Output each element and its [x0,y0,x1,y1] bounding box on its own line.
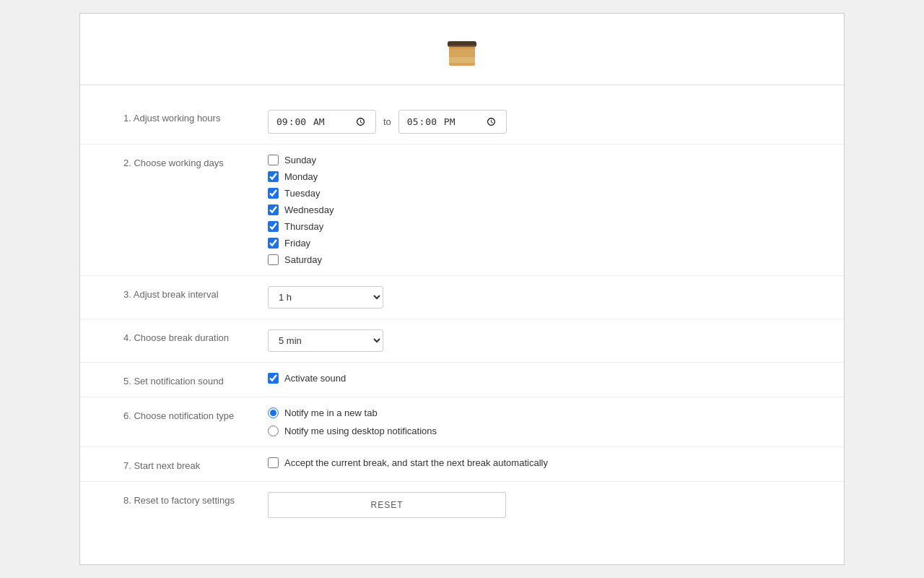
svg-rect-2 [449,57,475,63]
radio-desktop-label: Notify me using desktop notifications [284,426,437,436]
reset-control: RESET [268,492,801,518]
day-thursday[interactable]: Thursday [268,221,801,232]
time-separator: to [383,116,391,127]
auto-start-label[interactable]: Accept the current break, and start the … [268,457,801,468]
day-monday[interactable]: Monday [268,171,801,182]
activate-sound-label[interactable]: Activate sound [268,373,801,384]
coffee-cup-icon [445,31,479,70]
checkbox-wednesday[interactable] [268,204,279,215]
notification-sound-control: Activate sound [268,373,801,384]
break-interval-control: 30 min 45 min 1 h 1.5 h 2 h [268,286,801,309]
day-monday-label: Monday [284,171,318,182]
notification-type-label: 6. Choose notification type [123,407,268,421]
radio-new-tab-label: Notify me in a new tab [284,407,378,418]
day-saturday-label: Saturday [284,254,322,265]
day-wednesday[interactable]: Wednesday [268,204,801,215]
notification-sound-label: 5. Set notification sound [123,373,268,387]
checkbox-sunday[interactable] [268,155,279,165]
day-friday-label: Friday [284,238,310,249]
settings-body: 1. Adjust working hours to 2. Choose wor… [80,85,844,543]
logo-area [80,14,844,85]
reset-button[interactable]: RESET [268,492,506,518]
working-hours-control: to [268,110,801,134]
start-next-break-row: 7. Start next break Accept the current b… [80,447,844,482]
radio-desktop-input[interactable] [268,426,279,436]
day-thursday-label: Thursday [284,221,323,232]
day-wednesday-label: Wednesday [284,204,334,215]
start-time-input[interactable] [268,110,376,134]
end-time-input[interactable] [398,110,507,134]
break-duration-label: 4. Choose break duration [123,329,268,343]
day-list: Sunday Monday Tuesday Wednesday [268,155,801,265]
day-sunday-label: Sunday [284,155,316,165]
notification-sound-row: 5. Set notification sound Activate sound [80,363,844,397]
break-interval-label: 3. Adjust break interval [123,286,268,300]
time-row: to [268,110,801,134]
notification-type-row: 6. Choose notification type Notify me in… [80,397,844,447]
working-hours-row: 1. Adjust working hours to [80,100,844,145]
day-sunday[interactable]: Sunday [268,155,801,165]
notification-type-control: Notify me in a new tab Notify me using d… [268,407,801,436]
radio-new-tab[interactable]: Notify me in a new tab [268,407,801,418]
checkbox-tuesday[interactable] [268,188,279,199]
working-days-row: 2. Choose working days Sunday Monday Tue… [80,144,844,276]
working-hours-label: 1. Adjust working hours [123,110,268,124]
day-friday[interactable]: Friday [268,238,801,249]
settings-card: 1. Adjust working hours to 2. Choose wor… [79,13,845,566]
start-next-break-control: Accept the current break, and start the … [268,457,801,468]
reset-label: 8. Reset to factory settings [123,492,268,506]
checkbox-thursday[interactable] [268,221,279,232]
day-saturday[interactable]: Saturday [268,254,801,265]
checkbox-saturday[interactable] [268,254,279,265]
break-duration-control: 2 min 5 min 10 min 15 min 20 min [268,329,801,352]
day-tuesday[interactable]: Tuesday [268,188,801,199]
break-interval-select[interactable]: 30 min 45 min 1 h 1.5 h 2 h [268,286,383,309]
auto-start-text: Accept the current break, and start the … [284,457,548,468]
activate-sound-checkbox[interactable] [268,373,279,384]
break-duration-row: 4. Choose break duration 2 min 5 min 10 … [80,319,844,363]
svg-rect-3 [449,46,475,49]
notification-type-radio-group: Notify me in a new tab Notify me using d… [268,407,801,436]
start-next-break-label: 7. Start next break [123,457,268,471]
checkbox-monday[interactable] [268,171,279,182]
activate-sound-text: Activate sound [284,373,346,384]
auto-start-checkbox[interactable] [268,457,279,468]
radio-new-tab-input[interactable] [268,407,279,418]
working-days-label: 2. Choose working days [123,155,268,168]
reset-row: 8. Reset to factory settings RESET [80,482,844,528]
checkbox-friday[interactable] [268,238,279,249]
break-interval-row: 3. Adjust break interval 30 min 45 min 1… [80,276,844,319]
radio-desktop[interactable]: Notify me using desktop notifications [268,426,801,436]
day-tuesday-label: Tuesday [284,188,320,199]
working-days-control: Sunday Monday Tuesday Wednesday [268,155,801,265]
break-duration-select[interactable]: 2 min 5 min 10 min 15 min 20 min [268,329,383,352]
